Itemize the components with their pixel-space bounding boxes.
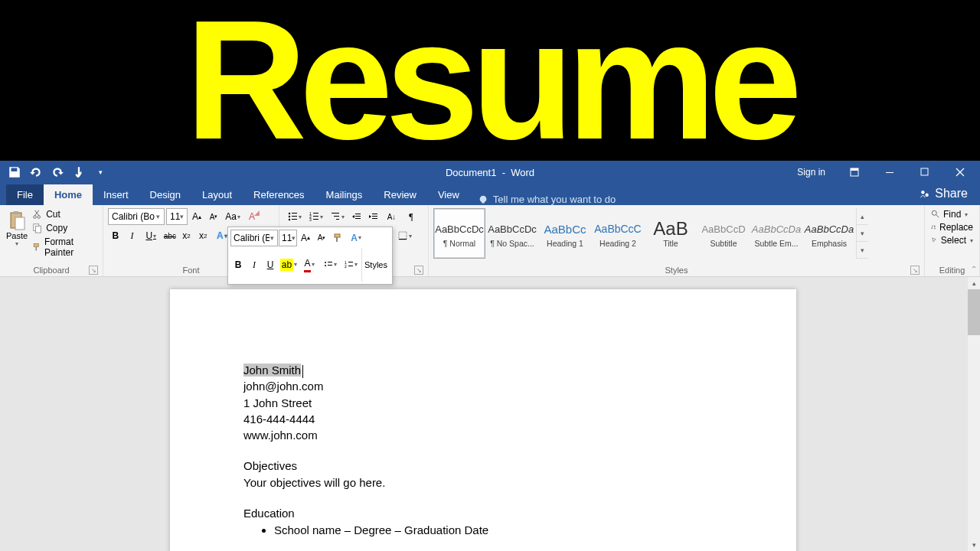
signin-link[interactable]: Sign in [788, 167, 835, 178]
change-case-button[interactable]: Aa▾ [223, 208, 243, 225]
numbering-button[interactable]: 123▾ [305, 208, 325, 225]
mini-styles-label[interactable]: Styles [361, 248, 390, 282]
tab-design[interactable]: Design [139, 184, 191, 205]
underline-button[interactable]: U▾ [141, 227, 161, 244]
font-size-combo[interactable]: 11▾ [166, 208, 188, 225]
maximize-button[interactable] [910, 161, 940, 184]
tab-view[interactable]: View [427, 184, 470, 205]
clipboard-dialog-launcher[interactable]: ↘ [89, 266, 98, 275]
tab-references[interactable]: References [243, 184, 315, 205]
doc-education-item[interactable]: School name – Degree – Graduation Date [274, 523, 723, 538]
mini-underline-button[interactable]: U [263, 256, 278, 273]
ribbon-display-button[interactable] [839, 161, 870, 184]
doc-website-line[interactable]: www.john.com [243, 428, 723, 443]
mini-font-name-combo[interactable]: Calibri (Bod▾ [230, 230, 278, 246]
svg-text:a: a [931, 227, 933, 230]
doc-address-line[interactable]: 1 John Street [243, 396, 723, 411]
style-subtleem[interactable]: AaBbCcDaSubtle Em... [750, 208, 802, 259]
tab-layout[interactable]: Layout [191, 184, 243, 205]
tab-mailings[interactable]: Mailings [315, 184, 374, 205]
redo-button[interactable] [51, 165, 64, 179]
styles-down-button[interactable]: ▾ [857, 225, 868, 242]
style-nospac[interactable]: AaBbCcDc¶ No Spac... [486, 208, 538, 259]
mini-shrink-font-button[interactable]: A▾ [314, 230, 329, 246]
styles-more-button[interactable]: ▾ [857, 242, 868, 259]
collapse-ribbon-button[interactable]: ⌃ [971, 265, 977, 273]
mini-bold-button[interactable]: B [230, 256, 246, 273]
style-name: Subtle Em... [754, 239, 798, 248]
style-heading2[interactable]: AaBbCcCHeading 2 [592, 208, 644, 259]
superscript-button[interactable]: x2 [195, 227, 211, 244]
cut-button[interactable]: Cut [31, 208, 98, 220]
mini-italic-button[interactable]: I [247, 256, 262, 273]
minimize-button[interactable] [874, 161, 905, 184]
doc-objectives-text[interactable]: Your objectives will go here. [243, 475, 723, 491]
touch-mode-button[interactable] [72, 165, 86, 179]
doc-education-heading[interactable]: Education [243, 506, 723, 521]
doc-education-list[interactable]: School name – Degree – Graduation Date [243, 523, 723, 538]
strikethrough-button[interactable]: abc [162, 227, 178, 244]
svg-rect-27 [332, 213, 339, 214]
tab-home[interactable]: Home [44, 184, 93, 205]
doc-phone-line[interactable]: 416-444-4444 [243, 412, 723, 427]
decrease-indent-button[interactable] [348, 208, 364, 225]
select-label: Select [941, 235, 966, 246]
tab-insert[interactable]: Insert [93, 184, 139, 205]
borders-button[interactable]: ▾ [394, 227, 414, 244]
show-marks-button[interactable]: ¶ [403, 208, 419, 225]
mini-styles-dropdown-button[interactable]: A▾ [346, 230, 366, 246]
svg-rect-57 [335, 234, 340, 237]
save-button[interactable] [8, 165, 21, 179]
styles-up-button[interactable]: ▴ [857, 208, 868, 225]
mini-highlight-button[interactable]: ab▾ [279, 256, 299, 273]
replace-button[interactable]: abReplace [929, 221, 975, 233]
style-heading1[interactable]: AaBbCcHeading 1 [539, 208, 591, 259]
multilevel-button[interactable]: ▾ [327, 208, 347, 225]
tellme-search[interactable]: Tell me what you want to do [470, 194, 623, 205]
doc-email-line[interactable]: john@john.com [243, 379, 723, 394]
tab-review[interactable]: Review [373, 184, 427, 205]
style-normal[interactable]: AaBbCcDc¶ Normal [433, 208, 485, 259]
vertical-scrollbar[interactable]: ▴ ▾ [968, 277, 980, 551]
style-subtitle[interactable]: AaBbCcDSubtitle [697, 208, 750, 259]
styles-dialog-launcher[interactable]: ↘ [910, 266, 920, 275]
increase-indent-button[interactable] [365, 208, 381, 225]
document-page[interactable]: Calibri (Bod▾ 11▾ A▴ A▾ A▾ B I U ab▾ A▾ … [170, 289, 796, 551]
format-painter-button[interactable]: Format Painter [31, 236, 98, 259]
grow-font-button[interactable]: A▴ [189, 208, 204, 225]
qat-customize-button[interactable]: ▾ [93, 165, 107, 179]
font-name-combo[interactable]: Calibri (Body)▾ [108, 208, 165, 225]
scroll-up-button[interactable]: ▴ [968, 277, 980, 289]
paragraph-dialog-launcher[interactable]: ↘ [414, 266, 423, 275]
style-emphasis[interactable]: AaBbCcDaEmphasis [803, 208, 855, 259]
mini-numbering-button[interactable]: 12▾ [341, 256, 361, 273]
find-button[interactable]: Find▾ [929, 208, 975, 220]
bullets-button[interactable]: ▾ [284, 208, 304, 225]
svg-point-17 [288, 216, 289, 217]
scroll-down-button[interactable]: ▾ [968, 539, 980, 551]
share-button[interactable]: Share [907, 182, 980, 205]
tab-file[interactable]: File [6, 184, 44, 205]
close-button[interactable] [945, 161, 975, 184]
clear-formatting-button[interactable]: A◢ [244, 208, 260, 225]
bold-button[interactable]: B [108, 227, 123, 244]
undo-button[interactable] [29, 165, 43, 179]
doc-name-line[interactable]: John Smith [243, 363, 723, 378]
shrink-font-button[interactable]: A▾ [206, 208, 221, 225]
subscript-button[interactable]: x2 [179, 227, 194, 244]
copy-button[interactable]: Copy [31, 222, 98, 234]
mini-grow-font-button[interactable]: A▴ [298, 230, 313, 246]
sort-button[interactable]: A↓ [382, 208, 402, 225]
mini-font-color-button[interactable]: A▾ [299, 256, 319, 273]
mini-format-painter-button[interactable] [330, 230, 345, 246]
italic-button[interactable]: I [125, 227, 140, 244]
style-preview: AaBbCcDa [805, 219, 854, 239]
doc-objectives-heading[interactable]: Objectives [243, 458, 723, 474]
paste-button[interactable]: Paste ▾ [5, 208, 29, 259]
svg-rect-26 [313, 219, 318, 220]
style-title[interactable]: AaBTitle [645, 208, 697, 259]
select-button[interactable]: Select▾ [929, 234, 975, 246]
scroll-thumb[interactable] [968, 289, 980, 335]
mini-font-size-combo[interactable]: 11▾ [279, 230, 297, 246]
mini-bullets-button[interactable]: ▾ [320, 256, 340, 273]
